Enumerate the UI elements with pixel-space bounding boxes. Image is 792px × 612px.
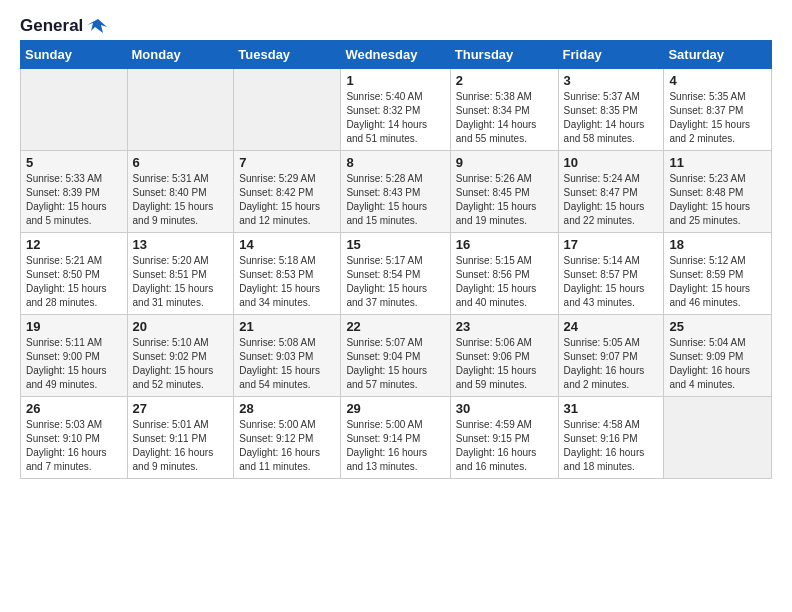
day-info: Sunrise: 5:26 AM Sunset: 8:45 PM Dayligh… (456, 172, 553, 228)
day-cell: 17Sunrise: 5:14 AM Sunset: 8:57 PM Dayli… (558, 233, 664, 315)
day-number: 11 (669, 155, 766, 170)
svg-marker-0 (87, 19, 107, 33)
day-number: 10 (564, 155, 659, 170)
day-info: Sunrise: 5:10 AM Sunset: 9:02 PM Dayligh… (133, 336, 229, 392)
day-number: 29 (346, 401, 444, 416)
day-number: 15 (346, 237, 444, 252)
day-cell: 20Sunrise: 5:10 AM Sunset: 9:02 PM Dayli… (127, 315, 234, 397)
day-number: 31 (564, 401, 659, 416)
day-info: Sunrise: 5:38 AM Sunset: 8:34 PM Dayligh… (456, 90, 553, 146)
day-cell: 13Sunrise: 5:20 AM Sunset: 8:51 PM Dayli… (127, 233, 234, 315)
day-cell (21, 69, 128, 151)
day-cell (664, 397, 772, 479)
day-info: Sunrise: 5:28 AM Sunset: 8:43 PM Dayligh… (346, 172, 444, 228)
day-cell: 31Sunrise: 4:58 AM Sunset: 9:16 PM Dayli… (558, 397, 664, 479)
day-info: Sunrise: 5:21 AM Sunset: 8:50 PM Dayligh… (26, 254, 122, 310)
day-number: 16 (456, 237, 553, 252)
day-cell: 4Sunrise: 5:35 AM Sunset: 8:37 PM Daylig… (664, 69, 772, 151)
day-info: Sunrise: 5:15 AM Sunset: 8:56 PM Dayligh… (456, 254, 553, 310)
day-cell: 15Sunrise: 5:17 AM Sunset: 8:54 PM Dayli… (341, 233, 450, 315)
day-number: 20 (133, 319, 229, 334)
day-cell: 2Sunrise: 5:38 AM Sunset: 8:34 PM Daylig… (450, 69, 558, 151)
day-info: Sunrise: 4:59 AM Sunset: 9:15 PM Dayligh… (456, 418, 553, 474)
header-day-wednesday: Wednesday (341, 41, 450, 69)
day-cell: 3Sunrise: 5:37 AM Sunset: 8:35 PM Daylig… (558, 69, 664, 151)
day-info: Sunrise: 5:08 AM Sunset: 9:03 PM Dayligh… (239, 336, 335, 392)
day-info: Sunrise: 5:33 AM Sunset: 8:39 PM Dayligh… (26, 172, 122, 228)
day-cell: 24Sunrise: 5:05 AM Sunset: 9:07 PM Dayli… (558, 315, 664, 397)
day-number: 18 (669, 237, 766, 252)
day-info: Sunrise: 5:31 AM Sunset: 8:40 PM Dayligh… (133, 172, 229, 228)
day-cell: 14Sunrise: 5:18 AM Sunset: 8:53 PM Dayli… (234, 233, 341, 315)
day-number: 9 (456, 155, 553, 170)
header-day-sunday: Sunday (21, 41, 128, 69)
day-info: Sunrise: 5:20 AM Sunset: 8:51 PM Dayligh… (133, 254, 229, 310)
day-info: Sunrise: 5:07 AM Sunset: 9:04 PM Dayligh… (346, 336, 444, 392)
day-number: 22 (346, 319, 444, 334)
week-row-4: 19Sunrise: 5:11 AM Sunset: 9:00 PM Dayli… (21, 315, 772, 397)
day-cell: 6Sunrise: 5:31 AM Sunset: 8:40 PM Daylig… (127, 151, 234, 233)
calendar-page: General SundayMondayTuesdayWednesdayThur… (0, 0, 792, 495)
day-cell: 21Sunrise: 5:08 AM Sunset: 9:03 PM Dayli… (234, 315, 341, 397)
header-day-monday: Monday (127, 41, 234, 69)
header-day-friday: Friday (558, 41, 664, 69)
day-cell: 19Sunrise: 5:11 AM Sunset: 9:00 PM Dayli… (21, 315, 128, 397)
day-cell: 28Sunrise: 5:00 AM Sunset: 9:12 PM Dayli… (234, 397, 341, 479)
day-info: Sunrise: 5:00 AM Sunset: 9:14 PM Dayligh… (346, 418, 444, 474)
day-number: 30 (456, 401, 553, 416)
day-cell: 16Sunrise: 5:15 AM Sunset: 8:56 PM Dayli… (450, 233, 558, 315)
day-cell (127, 69, 234, 151)
day-cell: 10Sunrise: 5:24 AM Sunset: 8:47 PM Dayli… (558, 151, 664, 233)
day-info: Sunrise: 5:18 AM Sunset: 8:53 PM Dayligh… (239, 254, 335, 310)
day-info: Sunrise: 5:37 AM Sunset: 8:35 PM Dayligh… (564, 90, 659, 146)
day-info: Sunrise: 5:23 AM Sunset: 8:48 PM Dayligh… (669, 172, 766, 228)
day-number: 7 (239, 155, 335, 170)
day-info: Sunrise: 5:01 AM Sunset: 9:11 PM Dayligh… (133, 418, 229, 474)
day-number: 13 (133, 237, 229, 252)
day-cell: 12Sunrise: 5:21 AM Sunset: 8:50 PM Dayli… (21, 233, 128, 315)
day-number: 12 (26, 237, 122, 252)
day-number: 2 (456, 73, 553, 88)
week-row-1: 1Sunrise: 5:40 AM Sunset: 8:32 PM Daylig… (21, 69, 772, 151)
week-row-2: 5Sunrise: 5:33 AM Sunset: 8:39 PM Daylig… (21, 151, 772, 233)
day-info: Sunrise: 5:06 AM Sunset: 9:06 PM Dayligh… (456, 336, 553, 392)
day-cell: 7Sunrise: 5:29 AM Sunset: 8:42 PM Daylig… (234, 151, 341, 233)
day-cell: 8Sunrise: 5:28 AM Sunset: 8:43 PM Daylig… (341, 151, 450, 233)
calendar-table: SundayMondayTuesdayWednesdayThursdayFrid… (20, 40, 772, 479)
day-cell: 5Sunrise: 5:33 AM Sunset: 8:39 PM Daylig… (21, 151, 128, 233)
day-cell: 23Sunrise: 5:06 AM Sunset: 9:06 PM Dayli… (450, 315, 558, 397)
day-info: Sunrise: 5:17 AM Sunset: 8:54 PM Dayligh… (346, 254, 444, 310)
day-cell: 27Sunrise: 5:01 AM Sunset: 9:11 PM Dayli… (127, 397, 234, 479)
day-number: 14 (239, 237, 335, 252)
day-number: 25 (669, 319, 766, 334)
header: General (20, 16, 772, 32)
day-info: Sunrise: 5:11 AM Sunset: 9:00 PM Dayligh… (26, 336, 122, 392)
day-number: 21 (239, 319, 335, 334)
header-day-saturday: Saturday (664, 41, 772, 69)
day-number: 19 (26, 319, 122, 334)
day-cell: 1Sunrise: 5:40 AM Sunset: 8:32 PM Daylig… (341, 69, 450, 151)
header-row: SundayMondayTuesdayWednesdayThursdayFrid… (21, 41, 772, 69)
day-number: 17 (564, 237, 659, 252)
day-info: Sunrise: 5:12 AM Sunset: 8:59 PM Dayligh… (669, 254, 766, 310)
day-cell: 18Sunrise: 5:12 AM Sunset: 8:59 PM Dayli… (664, 233, 772, 315)
day-number: 24 (564, 319, 659, 334)
day-info: Sunrise: 5:04 AM Sunset: 9:09 PM Dayligh… (669, 336, 766, 392)
day-number: 23 (456, 319, 553, 334)
day-number: 28 (239, 401, 335, 416)
day-cell (234, 69, 341, 151)
day-info: Sunrise: 5:14 AM Sunset: 8:57 PM Dayligh… (564, 254, 659, 310)
day-number: 27 (133, 401, 229, 416)
day-number: 26 (26, 401, 122, 416)
day-number: 8 (346, 155, 444, 170)
day-number: 6 (133, 155, 229, 170)
week-row-5: 26Sunrise: 5:03 AM Sunset: 9:10 PM Dayli… (21, 397, 772, 479)
day-cell: 9Sunrise: 5:26 AM Sunset: 8:45 PM Daylig… (450, 151, 558, 233)
logo-general: General (20, 16, 83, 36)
day-cell: 22Sunrise: 5:07 AM Sunset: 9:04 PM Dayli… (341, 315, 450, 397)
header-day-tuesday: Tuesday (234, 41, 341, 69)
day-info: Sunrise: 5:03 AM Sunset: 9:10 PM Dayligh… (26, 418, 122, 474)
day-cell: 26Sunrise: 5:03 AM Sunset: 9:10 PM Dayli… (21, 397, 128, 479)
week-row-3: 12Sunrise: 5:21 AM Sunset: 8:50 PM Dayli… (21, 233, 772, 315)
day-cell: 30Sunrise: 4:59 AM Sunset: 9:15 PM Dayli… (450, 397, 558, 479)
